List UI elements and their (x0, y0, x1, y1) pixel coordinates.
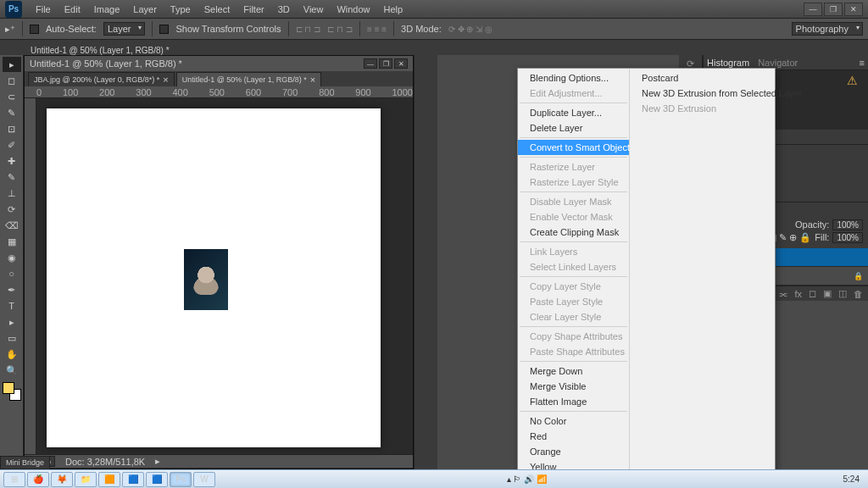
ctx-new-3d-extrusion-from-selected-layer[interactable]: New 3D Extrusion from Selected Layer (630, 86, 776, 101)
menu-edit[interactable]: Edit (58, 2, 87, 17)
placed-image[interactable] (184, 249, 228, 310)
taskbar-explorer[interactable]: 📁 (75, 472, 97, 487)
ctx-merge-visible[interactable]: Merge Visible (518, 379, 629, 394)
ctx-merge-down[interactable]: Merge Down (518, 363, 629, 379)
dodge-tool[interactable]: ○ (3, 266, 21, 281)
clock: 5:24 (843, 474, 865, 484)
ctx-copy-shape-attributes: Copy Shape Attributes (518, 329, 629, 344)
hand-tool[interactable]: ✋ (3, 347, 21, 362)
active-doc-title: Untitled-1 @ 50% (Layer 1, RGB/8) * (24, 46, 176, 55)
spot-heal-tool[interactable]: ✚ (3, 153, 21, 169)
ctx-blending-options-[interactable]: Blending Options... (518, 70, 629, 86)
ctx-delete-layer[interactable]: Delete Layer (518, 120, 629, 136)
menu-filter[interactable]: Filter (236, 2, 270, 17)
status-bar: 50% Doc: 3,28M/511,8K ▸ (25, 454, 413, 468)
workspace-switcher[interactable]: Photography (792, 22, 863, 36)
ctx-convert-to-smart-object[interactable]: Convert to Smart Object (518, 140, 629, 155)
quick-select-tool[interactable]: ✎ (3, 105, 21, 120)
taskbar: ⊞ 🍎 🦊 📁 🟧 🟦 🟦 Ps W ▴ 🏳 🔊 📶 5:24 (0, 469, 868, 488)
ctx-postcard[interactable]: Postcard (630, 70, 776, 86)
menu-help[interactable]: Help (377, 2, 410, 17)
clone-tool[interactable]: ⊥ (3, 186, 21, 201)
pen-tool[interactable]: ✒ (3, 282, 21, 297)
shape-tool[interactable]: ▭ (3, 330, 21, 346)
ctx-red[interactable]: Red (518, 429, 629, 444)
lasso-tool[interactable]: ⊂ (3, 89, 21, 104)
docwin-maximize[interactable]: ❐ (379, 58, 392, 69)
blur-tool[interactable]: ◉ (3, 250, 21, 265)
ctx-clear-layer-style: Clear Layer Style (518, 309, 629, 324)
ctx-duplicate-layer-[interactable]: Duplicate Layer... (518, 105, 629, 120)
close-tab-icon[interactable]: × (163, 75, 168, 85)
ctx-copy-layer-style: Copy Layer Style (518, 279, 629, 294)
menu-select[interactable]: Select (198, 2, 237, 17)
start-button[interactable]: ⊞ (3, 472, 25, 487)
artboard (47, 108, 381, 447)
distribute-icons[interactable]: ≡ ≡ ≡ (367, 25, 387, 34)
ctx-edit-adjustment-: Edit Adjustment... (518, 86, 629, 101)
ctx-rasterize-layer-style: Rasterize Layer Style (518, 175, 629, 190)
close-tab-icon[interactable]: × (310, 75, 315, 85)
tools-panel: ▸ ◻ ⊂ ✎ ⊡ ✐ ✚ ✎ ⊥ ⟳ ⌫ ▦ ◉ ○ ✒ T ▸ ▭ ✋ 🔍 (0, 55, 24, 469)
window-minimize[interactable]: — (804, 3, 822, 16)
eyedropper-tool[interactable]: ✐ (3, 137, 21, 152)
ctx-link-layers: Link Layers (518, 244, 629, 259)
gradient-tool[interactable]: ▦ (3, 234, 21, 249)
3d-mode-icons[interactable]: ⟳ ✥ ⊕ ⇲ ◎ (448, 25, 492, 34)
menu-window[interactable]: Window (330, 2, 376, 17)
canvas[interactable] (36, 98, 413, 454)
taskbar-app2[interactable]: 🟦 (122, 472, 144, 487)
ctx-flatten-image[interactable]: Flatten Image (518, 394, 629, 409)
path-select-tool[interactable]: ▸ (3, 314, 21, 330)
show-transform-label: Show Transform Controls (175, 24, 281, 34)
window-restore[interactable]: ❐ (824, 3, 843, 16)
menu-type[interactable]: Type (164, 2, 198, 17)
eraser-tool[interactable]: ⌫ (3, 218, 21, 233)
docwin-close[interactable]: ✕ (394, 58, 408, 69)
tray-icons[interactable]: ▴ 🏳 🔊 📶 (507, 474, 552, 484)
taskbar-finder[interactable]: 🍎 (27, 472, 49, 487)
ctx-select-linked-layers: Select Linked Layers (518, 259, 629, 274)
taskbar-app1[interactable]: 🟧 (98, 472, 120, 487)
type-tool[interactable]: T (3, 298, 21, 313)
doc-tab[interactable]: JBA.jpg @ 200% (Layer 0, RGB/8*) * × (28, 72, 175, 86)
menubar: Ps FileEditImageLayerTypeSelectFilter3DV… (0, 0, 868, 19)
warning-icon[interactable]: ⚠ (847, 74, 858, 87)
show-transform-checkbox[interactable] (159, 25, 169, 34)
color-swatches[interactable] (3, 382, 21, 401)
ctx-orange[interactable]: Orange (518, 444, 629, 459)
menu-file[interactable]: File (29, 2, 58, 17)
history-brush-tool[interactable]: ⟳ (3, 202, 21, 217)
menu-3d[interactable]: 3D (271, 2, 297, 17)
window-close[interactable]: ✕ (844, 3, 863, 16)
taskbar-firefox[interactable]: 🦊 (51, 472, 73, 487)
collapsed-panel-strip-left[interactable] (414, 55, 437, 469)
docwin-minimize[interactable]: — (364, 58, 377, 69)
brush-tool[interactable]: ✎ (3, 169, 21, 185)
auto-select-label: Auto-Select: (46, 24, 97, 34)
ctx-no-color[interactable]: No Color (518, 413, 629, 429)
menu-image[interactable]: Image (87, 2, 127, 17)
ctx-create-clipping-mask[interactable]: Create Clipping Mask (518, 225, 629, 240)
ruler-vertical (25, 98, 36, 454)
ctx-paste-layer-style: Paste Layer Style (518, 294, 629, 309)
taskbar-word[interactable]: W (193, 472, 215, 487)
menu-view[interactable]: View (297, 2, 331, 17)
auto-select-target[interactable]: Layer (103, 22, 146, 36)
align-icons[interactable]: ⊏ ⊓ ⊐ ⊏ ⊓ ⊐ (296, 25, 353, 34)
app-logo: Ps (5, 1, 22, 18)
mini-bridge-tab[interactable]: Mini Bridge (0, 456, 50, 469)
status-arrow-icon[interactable]: ▸ (155, 456, 160, 467)
auto-select-checkbox[interactable] (30, 25, 39, 34)
marquee-tool[interactable]: ◻ (3, 73, 21, 88)
taskbar-photoshop[interactable]: Ps (170, 472, 192, 487)
doc-tab[interactable]: Untitled-1 @ 50% (Layer 1, RGB/8) * × (176, 72, 322, 86)
taskbar-app3[interactable]: 🟦 (146, 472, 168, 487)
menu-layer[interactable]: Layer (126, 2, 164, 17)
crop-tool[interactable]: ⊡ (3, 121, 21, 136)
ctx-rasterize-layer: Rasterize Layer (518, 159, 629, 175)
zoom-tool[interactable]: 🔍 (3, 363, 21, 378)
3d-mode-label: 3D Mode: (401, 24, 442, 34)
doc-tabs: JBA.jpg @ 200% (Layer 0, RGB/8*) * ×Unti… (25, 71, 413, 86)
move-tool[interactable]: ▸ (3, 57, 21, 72)
